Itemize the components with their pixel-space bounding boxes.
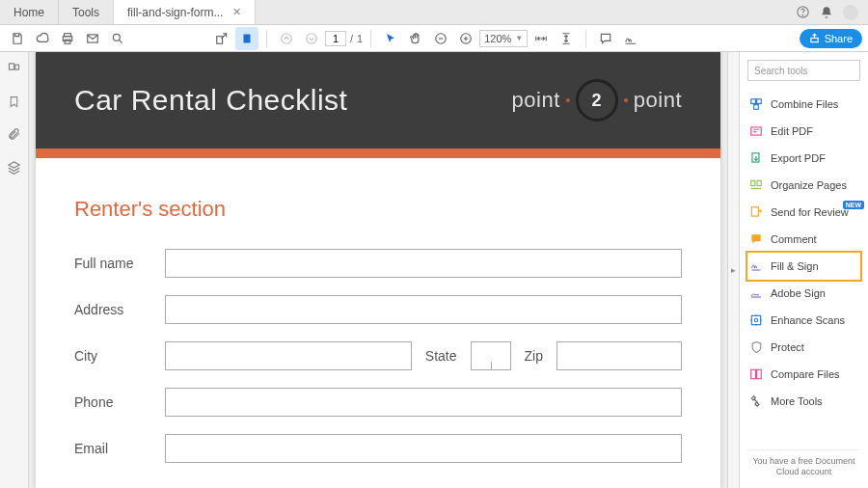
- tool-item-send-for-review[interactable]: Send for ReviewNEW: [747, 199, 860, 226]
- tab-document-label: fill-and-sign-form...: [127, 6, 223, 19]
- zoom-select[interactable]: 120% ▼: [479, 30, 528, 47]
- row-phone: Phone: [74, 388, 682, 417]
- combine-files-icon: [749, 97, 763, 111]
- close-tab-icon[interactable]: ✕: [232, 6, 241, 18]
- search-icon[interactable]: [106, 27, 129, 50]
- tool-item-compare-files[interactable]: Compare Files: [747, 361, 860, 388]
- main-toolbar: / 1 120% ▼ Share: [0, 25, 868, 52]
- new-badge: NEW: [843, 201, 864, 209]
- separator: [266, 30, 267, 47]
- tool-item-export-pdf[interactable]: Export PDF: [747, 145, 860, 172]
- fit-width-icon[interactable]: [529, 27, 553, 50]
- tool-item-comment[interactable]: Comment: [747, 226, 860, 253]
- field-email[interactable]: [165, 434, 682, 463]
- field-zip[interactable]: [556, 341, 682, 370]
- page-down-icon[interactable]: [300, 27, 323, 50]
- email-icon[interactable]: [81, 27, 104, 50]
- page-up-icon[interactable]: [275, 27, 298, 50]
- tool-item-label: Comment: [771, 233, 817, 245]
- edit-pdf-icon: [749, 124, 763, 138]
- share-button[interactable]: Share: [800, 29, 862, 48]
- send-file-icon[interactable]: [210, 27, 233, 50]
- collapse-panel-icon[interactable]: ▸: [727, 52, 739, 488]
- account-footer: You have a free Document Cloud account: [747, 449, 860, 480]
- tab-tools[interactable]: Tools: [59, 0, 114, 24]
- field-address[interactable]: [165, 295, 682, 324]
- hand-icon[interactable]: [404, 27, 427, 50]
- separator: [585, 30, 586, 47]
- thumbnails-icon[interactable]: [7, 62, 21, 79]
- print-icon[interactable]: [56, 27, 79, 50]
- export-pdf-icon: [749, 151, 763, 165]
- more-tools-icon: [749, 394, 763, 408]
- field-full-name[interactable]: [165, 249, 682, 278]
- tool-item-label: Export PDF: [771, 152, 826, 164]
- tool-item-combine-files[interactable]: Combine Files: [747, 91, 860, 118]
- section-title: Renter's section: [74, 197, 682, 222]
- svg-rect-24: [751, 315, 760, 324]
- row-address: Address: [74, 295, 682, 324]
- brand-logo: point 2 point: [512, 79, 682, 122]
- tab-document[interactable]: fill-and-sign-form... ✕: [114, 0, 256, 24]
- field-state[interactable]: [471, 341, 511, 370]
- dot-icon: [624, 98, 628, 102]
- label-full-name: Full name: [74, 256, 151, 271]
- svg-rect-14: [10, 64, 14, 69]
- top-tab-bar: Home Tools fill-and-sign-form... ✕: [0, 0, 868, 25]
- bell-icon[interactable]: [820, 6, 833, 19]
- top-right-controls: [796, 0, 868, 24]
- tool-item-enhance-scans[interactable]: Enhance Scans: [747, 307, 860, 334]
- left-rail: [0, 52, 29, 488]
- tab-tools-label: Tools: [72, 6, 99, 19]
- svg-point-10: [307, 33, 317, 43]
- save-icon[interactable]: [6, 27, 29, 50]
- share-label: Share: [825, 33, 853, 44]
- fit-page-icon[interactable]: [555, 27, 578, 50]
- search-placeholder: Search tools: [754, 66, 808, 76]
- field-city[interactable]: [165, 341, 412, 370]
- tool-item-more-tools[interactable]: More Tools: [747, 388, 860, 415]
- page-current-input[interactable]: [325, 31, 346, 46]
- zoom-value: 120%: [484, 33, 511, 44]
- layers-icon[interactable]: [7, 160, 21, 177]
- tool-item-label: Protect: [771, 341, 804, 353]
- page-view-icon[interactable]: [235, 27, 258, 50]
- tool-item-protect[interactable]: Protect: [747, 334, 860, 361]
- bookmark-icon[interactable]: [8, 95, 20, 112]
- tool-item-label: Organize Pages: [771, 179, 847, 191]
- document-body: Renter's section Full name Address City …: [36, 158, 720, 463]
- document-viewer[interactable]: Car Rental Checklist point 2 point Rente…: [29, 52, 727, 488]
- search-tools-input[interactable]: Search tools: [747, 60, 860, 81]
- svg-rect-23: [751, 207, 758, 216]
- tool-item-organize-pages[interactable]: Organize Pages: [747, 172, 860, 199]
- tools-list: Combine FilesEdit PDFExport PDFOrganize …: [747, 91, 860, 415]
- svg-point-25: [754, 318, 758, 322]
- document-page: Car Rental Checklist point 2 point Rente…: [36, 52, 720, 488]
- enhance-scans-icon: [749, 313, 763, 327]
- zoom-out-icon[interactable]: [429, 27, 452, 50]
- cloud-icon[interactable]: [31, 27, 54, 50]
- svg-rect-15: [15, 65, 19, 69]
- zoom-in-icon[interactable]: [454, 27, 477, 50]
- svg-rect-26: [751, 369, 756, 378]
- row-city-state-zip: City State Zip: [74, 341, 682, 370]
- chevron-down-icon: ▼: [515, 34, 523, 42]
- compare-files-icon: [749, 367, 763, 381]
- tool-item-label: Combine Files: [771, 98, 838, 110]
- comment-icon[interactable]: [594, 27, 617, 50]
- tool-item-label: Adobe Sign: [771, 287, 826, 299]
- tab-home-label: Home: [14, 6, 44, 19]
- help-icon[interactable]: [796, 5, 810, 19]
- pointer-icon[interactable]: [379, 27, 402, 50]
- avatar-icon[interactable]: [843, 5, 858, 20]
- tab-home[interactable]: Home: [0, 0, 59, 24]
- send-for-review-icon: [749, 205, 763, 219]
- sign-icon[interactable]: [619, 27, 642, 50]
- svg-rect-8: [244, 34, 251, 42]
- tool-item-label: More Tools: [771, 395, 823, 407]
- attachment-icon[interactable]: [8, 127, 21, 145]
- tool-item-edit-pdf[interactable]: Edit PDF: [747, 118, 860, 145]
- tool-item-fill-sign[interactable]: Fill & Sign: [747, 253, 860, 280]
- field-phone[interactable]: [165, 388, 682, 417]
- tool-item-adobe-sign[interactable]: Adobe Sign: [747, 280, 860, 307]
